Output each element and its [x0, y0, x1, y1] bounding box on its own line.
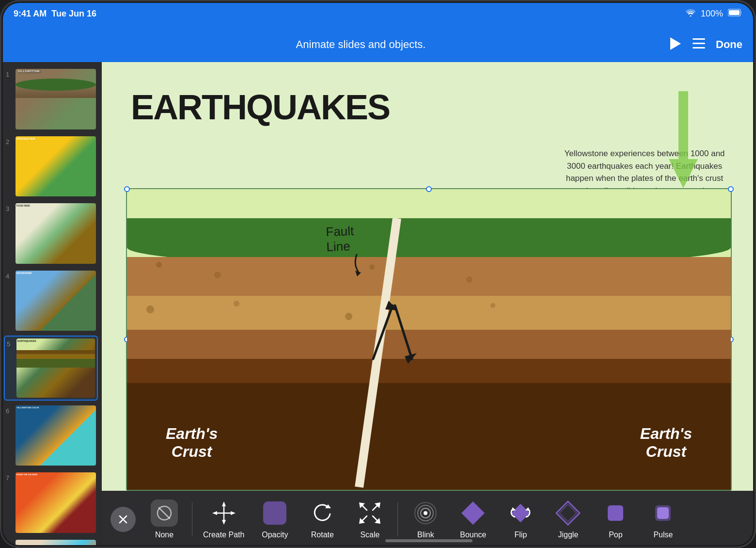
slide-panel: 1 YELLOWSTONE 2 INTRODUCTION 3 [0, 62, 102, 548]
svg-rect-45 [657, 507, 669, 519]
animation-tool-pulse[interactable]: Pulse [641, 496, 685, 543]
svg-point-36 [424, 511, 427, 515]
flip-label: Flip [515, 531, 527, 539]
slide-item-6[interactable]: 6 YELLOWSTONE COLOR [4, 403, 98, 468]
earths-crust-right-label: Earth's Crust [640, 425, 692, 461]
slide-item-4[interactable]: 4 WATERSHED [4, 269, 98, 333]
slide-item-1[interactable]: 1 YELLOWSTONE [4, 67, 98, 131]
svg-rect-4 [693, 38, 705, 40]
status-bar: 9:41 AM Tue Jun 16 100% [0, 0, 756, 27]
scale-label: Scale [360, 531, 379, 539]
canvas-area: EARTHQUAKES Yellowstone experiences betw… [102, 62, 756, 548]
pop-label: Pop [609, 531, 622, 539]
pulse-label: Pulse [653, 531, 673, 539]
geo-layers: Fault Line Earth's Crust Earth's [127, 218, 731, 490]
fault-label-arrow [345, 252, 369, 276]
green-arrow-icon [664, 91, 703, 188]
slide-content: EARTHQUAKES Yellowstone experiences betw… [102, 62, 756, 491]
svg-marker-8 [669, 91, 698, 188]
jiggle-label: Jiggle [558, 531, 578, 539]
pulse-icon [649, 500, 677, 527]
create-path-label: Create Path [203, 531, 244, 539]
blink-label: Blink [417, 531, 434, 539]
animation-tool-jiggle[interactable]: Jiggle [546, 496, 590, 543]
slide-title: EARTHQUAKES [131, 87, 390, 127]
svg-marker-38 [511, 504, 530, 522]
close-button[interactable] [110, 507, 136, 532]
svg-line-17 [159, 508, 170, 518]
svg-line-11 [395, 306, 412, 359]
outline-icon[interactable] [693, 38, 705, 51]
selection-handle-tr[interactable] [728, 186, 734, 192]
animation-tool-pop[interactable]: Pop [594, 496, 637, 543]
svg-line-9 [373, 306, 393, 359]
status-date: Tue Jun 16 [51, 9, 96, 19]
rotate-label: Rotate [311, 531, 334, 539]
pop-icon [602, 500, 629, 527]
opacity-label: Opacity [262, 531, 288, 539]
opacity-icon [261, 500, 288, 527]
slide-item-3[interactable]: 3 FOOD WEB [4, 201, 98, 266]
slide-item-8[interactable]: 8 [4, 538, 98, 548]
animation-tool-none[interactable]: None [142, 496, 186, 543]
done-button[interactable]: Done [716, 38, 742, 51]
create-path-icon [210, 500, 237, 527]
svg-marker-23 [231, 511, 236, 515]
svg-marker-3 [670, 37, 681, 50]
fault-diagram[interactable]: Fault Line Earth's Crust Earth's [126, 188, 732, 491]
toolbar: Animate slides and objects. Done [0, 27, 756, 62]
slide-item-5[interactable]: 5 EARTHQUAKES [4, 336, 98, 401]
fault-line-label: Fault Line [326, 224, 355, 255]
svg-marker-21 [222, 520, 226, 525]
svg-rect-6 [693, 47, 705, 48]
flip-icon [507, 500, 534, 527]
animation-tool-create-path[interactable]: Create Path [198, 496, 249, 543]
divider [192, 502, 192, 536]
none-label: None [155, 531, 173, 539]
bounce-label: Bounce [460, 531, 486, 539]
battery-text: 100% [701, 9, 723, 19]
slide-item-7[interactable]: 7 INSIDE THE CALDERA [4, 470, 98, 535]
play-icon[interactable] [669, 37, 682, 52]
jiggle-icon [554, 500, 582, 527]
fault-movement-arrows [363, 296, 422, 369]
svg-marker-20 [222, 501, 226, 506]
svg-rect-43 [608, 505, 623, 521]
battery-icon [728, 9, 742, 19]
svg-rect-5 [693, 43, 705, 44]
slide-item-2[interactable]: 2 INTRODUCTION [4, 134, 98, 199]
animation-tool-flip[interactable]: Flip [499, 496, 542, 543]
rotate-icon [309, 500, 336, 527]
wifi-icon [685, 9, 696, 19]
selection-handle-tl[interactable] [124, 186, 130, 192]
svg-rect-2 [729, 10, 740, 15]
layer-brown1 [127, 257, 731, 301]
toolbar-title: Animate slides and objects. [52, 38, 669, 51]
svg-point-0 [690, 15, 691, 16]
selection-handle-tc[interactable] [426, 186, 432, 192]
bounce-icon [459, 500, 487, 527]
animation-tool-rotate[interactable]: Rotate [300, 496, 344, 543]
blink-icon [412, 500, 439, 527]
animation-tool-blink[interactable]: Blink [404, 496, 447, 543]
animation-tool-scale[interactable]: Scale [348, 496, 392, 543]
earths-crust-left-label: Earth's Crust [166, 425, 218, 461]
animation-tool-opacity[interactable]: Opacity [253, 496, 297, 543]
none-icon [151, 500, 178, 527]
toolbar-right-actions: Done [669, 37, 742, 52]
animation-tool-bounce[interactable]: Bounce [451, 496, 495, 543]
main-area: 1 YELLOWSTONE 2 INTRODUCTION 3 [0, 62, 756, 548]
home-indicator [385, 539, 472, 542]
svg-marker-37 [461, 501, 485, 525]
layer-brown2 [127, 296, 731, 335]
svg-marker-22 [212, 511, 217, 515]
scale-icon [356, 500, 383, 527]
status-time: 9:41 AM [14, 9, 47, 19]
divider2 [397, 502, 398, 536]
